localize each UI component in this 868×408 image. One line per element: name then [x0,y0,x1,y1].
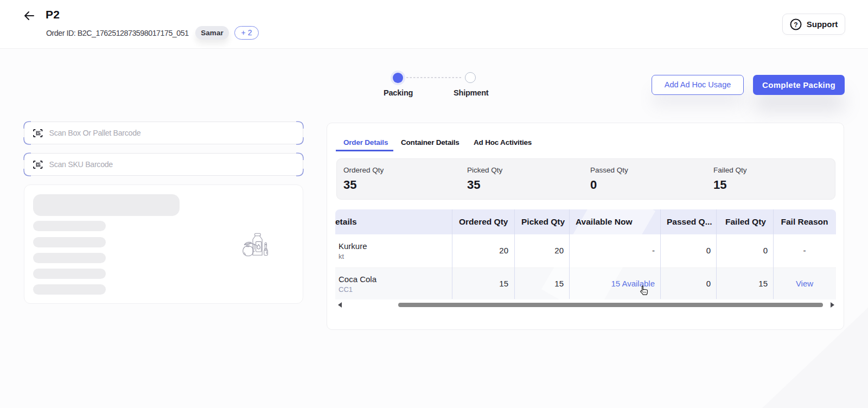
svg-text:?: ? [794,21,797,28]
